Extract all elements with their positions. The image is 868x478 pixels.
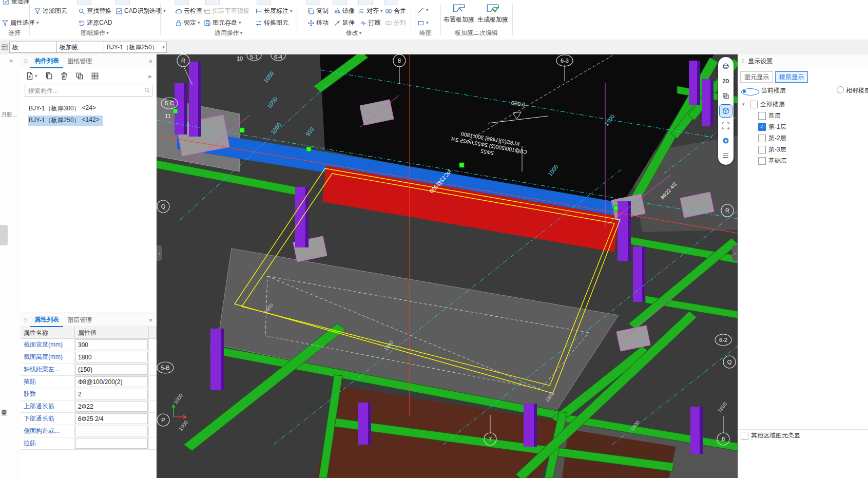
table-icon[interactable]: [91, 72, 99, 80]
tree-item-floor[interactable]: 首层: [738, 110, 868, 121]
place-haunch-button[interactable]: 布置板加腋: [442, 1, 475, 31]
new-component-button[interactable]: ▾: [26, 72, 37, 80]
main-area: × 月影... 盖 ⠿ 构件列表 图纸管理 × ▾ »: [0, 54, 868, 478]
clipped-button[interactable]: [358, 0, 373, 5]
clipped-button[interactable]: [384, 0, 398, 5]
view-list-button[interactable]: [720, 149, 732, 162]
collapse-left-icon[interactable]: ‹: [157, 245, 162, 261]
drag-handle-icon[interactable]: ⠿: [741, 59, 745, 64]
drag-handle-icon[interactable]: ⠿: [24, 59, 27, 64]
copy-document-icon[interactable]: [45, 72, 53, 80]
checkbox[interactable]: [750, 101, 758, 108]
viewport-3d[interactable]: -0.050 KL8S(2)[1496] 300*1800 C8@100/200…: [157, 54, 738, 478]
copy-button[interactable]: 复制: [306, 6, 330, 16]
locate-button[interactable]: [720, 135, 732, 147]
clipped-button[interactable]: [115, 0, 130, 5]
drag-handle-icon[interactable]: ⠿: [24, 317, 27, 323]
align-button[interactable]: 对齐▾: [356, 6, 384, 16]
chevron-down-icon: ▾: [163, 9, 166, 13]
tree-item-floor[interactable]: 基础层: [738, 155, 868, 166]
trash-icon[interactable]: [60, 72, 68, 80]
list-item-selected[interactable]: BJY-1（板厚250）<142>: [21, 114, 157, 126]
length-dimension-button[interactable]: 长度标注▾: [254, 6, 294, 16]
property-value-field[interactable]: 2: [75, 389, 148, 399]
save-elements-button[interactable]: 图元存盘▾: [202, 18, 243, 28]
property-value-field[interactable]: 2Φ22: [75, 401, 148, 412]
svg-text:8: 8: [722, 436, 725, 442]
checkbox[interactable]: [758, 157, 766, 165]
property-value-field[interactable]: 1800: [75, 352, 148, 362]
tab-layer-manage[interactable]: 图层管理: [63, 313, 96, 327]
more-icon[interactable]: »: [148, 72, 151, 80]
checkbox[interactable]: [758, 135, 766, 142]
convert-elements-button[interactable]: 转换图元: [254, 18, 290, 28]
orbit-view-button[interactable]: [720, 60, 732, 72]
draw-line-button[interactable]: ▾: [416, 5, 430, 15]
merge-button[interactable]: 合并: [383, 6, 408, 16]
element-type-select[interactable]: 板▾: [9, 42, 64, 53]
close-icon[interactable]: ×: [9, 57, 13, 65]
filter-elements-button[interactable]: 过滤图元: [32, 6, 69, 16]
break-button[interactable]: 打断: [358, 18, 382, 28]
layers-view-button[interactable]: [720, 90, 732, 102]
mirror-button[interactable]: 镜像: [332, 6, 356, 16]
model-canvas[interactable]: -0.050 KL8S(2)[1496] 300*1800 C8@100/200…: [157, 54, 738, 478]
property-select-button[interactable]: 属性选择▾: [0, 18, 41, 28]
restore-cad-button[interactable]: 还原CAD: [76, 18, 113, 28]
property-value-field[interactable]: 300: [75, 339, 148, 350]
chevron-down-icon: ▾: [359, 31, 362, 35]
close-icon[interactable]: ×: [148, 58, 152, 65]
draw-rect-button[interactable]: ▾: [416, 18, 430, 28]
tree-item-floor[interactable]: 第-2层: [738, 132, 868, 144]
checkbox[interactable]: [758, 112, 766, 120]
clipped-button[interactable]: [306, 0, 320, 5]
radio-current-floor[interactable]: 当前楼层: [741, 87, 786, 94]
table-row: 下部通长筋6Φ25 2/4: [21, 413, 157, 425]
layer-copy-icon[interactable]: [75, 72, 84, 80]
lock-button[interactable]: 锁定▾: [173, 18, 202, 28]
split-button[interactable]: 分割: [383, 18, 408, 28]
property-value-field[interactable]: 6Φ25 2/4: [75, 413, 148, 424]
clipped-button[interactable]: [77, 0, 91, 5]
tab-element-display[interactable]: 图元显示: [740, 71, 773, 83]
property-value-field[interactable]: Φ8@100/200(2): [75, 376, 148, 387]
property-value-field[interactable]: [75, 438, 148, 449]
tree-item-floor-selected[interactable]: ✓第-1层: [738, 121, 868, 132]
tree-item-all-floors[interactable]: ▾ 全部楼层: [738, 99, 868, 110]
tab-floor-display[interactable]: 楼层显示: [775, 71, 808, 83]
tree-item-floor[interactable]: 第-3层: [738, 144, 868, 155]
clipped-button[interactable]: [205, 0, 220, 5]
collapsed-panel-handle[interactable]: [0, 225, 8, 245]
tab-component-list[interactable]: 构件列表: [30, 54, 63, 68]
collapse-right-icon[interactable]: ›: [732, 245, 738, 261]
extend-button[interactable]: 延伸: [332, 18, 356, 28]
close-icon[interactable]: ×: [148, 316, 152, 324]
radio-adjacent-floor[interactable]: 相邻楼层: [837, 86, 868, 95]
property-value-field[interactable]: [75, 426, 148, 436]
zoom-extents-button[interactable]: [720, 120, 732, 132]
tab-property-list[interactable]: 属性列表: [30, 313, 63, 327]
tab-sheet-manage[interactable]: 图纸管理: [63, 54, 96, 68]
other-region-highlight-option[interactable]: 其他区域图元亮显: [738, 430, 868, 441]
align-top-slab-button[interactable]: 指定平齐顶板: [202, 6, 251, 16]
batch-select-button[interactable]: 量选择: [1, 0, 31, 6]
checkbox-checked[interactable]: ✓: [758, 123, 766, 131]
find-replace-button[interactable]: 查找替换: [76, 6, 113, 16]
list-item[interactable]: BJY-1（板厚300）<24>: [21, 103, 157, 114]
clipped-button[interactable]: [333, 0, 347, 5]
search-input[interactable]: [27, 86, 142, 95]
move-button[interactable]: 移动: [306, 18, 330, 28]
display-options-footer: 其他区域图元亮显: [738, 429, 868, 441]
generate-haunch-button[interactable]: 生成板加腋: [476, 1, 509, 31]
display-settings-panel: ⠿ 显示设置 图元显示 楼层显示 当前楼层 相邻楼层 ▾ 全部楼层 首层 ✓第-…: [738, 54, 868, 478]
tree-expand-icon[interactable]: ▾: [742, 102, 747, 107]
property-value-field[interactable]: (150): [75, 364, 148, 375]
clipped-button[interactable]: [257, 0, 271, 5]
iso-view-button[interactable]: [720, 105, 732, 117]
checkbox[interactable]: [758, 146, 766, 154]
checkbox[interactable]: [741, 432, 748, 439]
2d-view-button[interactable]: 2D: [720, 75, 732, 87]
component-select[interactable]: BJY-1（板厚250）▾: [104, 42, 167, 53]
cad-options-button[interactable]: CAD识别选项▾: [114, 6, 167, 16]
clipped-button[interactable]: [175, 0, 189, 5]
